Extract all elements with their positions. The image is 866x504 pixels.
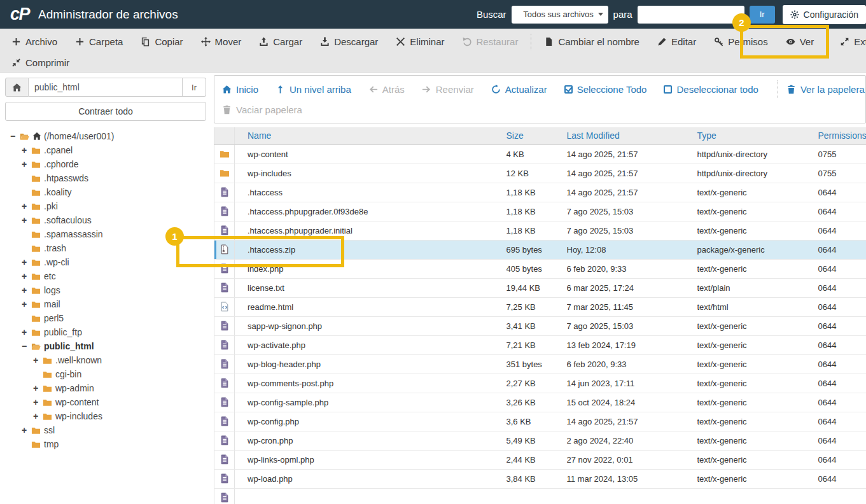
toolbar-compress-button[interactable]: Comprimir [6,55,74,71]
toolbar-upload-button[interactable]: Cargar [254,34,307,50]
nav-back-link[interactable]: Atrás [368,84,405,95]
file-row-wp-blog-header-php[interactable]: wp-blog-header.php 351 bytes 6 feb 2020,… [214,354,866,374]
column-header-permissions[interactable]: Permissions [818,130,866,141]
tree-expander[interactable]: + [22,271,31,281]
column-header-name[interactable]: Name [248,130,271,141]
file-row-license-txt[interactable]: license.txt 19,44 KB 6 mar 2025, 17:24 t… [214,278,866,297]
sidebar-item-pki[interactable]: + .pki [5,199,206,213]
file-row-wp-config-php[interactable]: wp-config.php 3,6 KB 14 ago 2025, 21:57 … [214,412,866,431]
file-row-wp-includes[interactable]: wp-includes 12 KB 14 ago 2025, 21:57 htt… [214,164,866,183]
nav-select-all-link[interactable]: Seleccione Todo [564,84,647,95]
path-go-button[interactable]: Ir [183,78,206,97]
nav-reload-link[interactable]: Actualizar [491,84,547,95]
file-row-htaccess[interactable]: .htaccess 1,18 KB 14 ago 2025, 21:57 tex… [214,183,866,202]
search-input[interactable] [638,6,744,24]
sidebar-item-wp-cli[interactable]: + .wp-cli [5,255,206,269]
folder-icon [43,356,52,365]
file-row-htaccess-phpupgrader-0f93de8e[interactable]: .htaccess.phpupgrader.0f93de8e 1,18 KB 7… [214,202,866,221]
column-header-size[interactable]: Size [506,130,524,141]
sidebar-item-ssl[interactable]: + ssl [5,423,206,437]
toolbar-restore-button[interactable]: Restaurar [457,34,524,50]
toolbar-delete-button[interactable]: Eliminar [391,34,449,50]
sidebar-item-wp-includes[interactable]: + wp-includes [5,409,206,423]
toolbar-move-button[interactable]: Mover [196,34,247,50]
tree-expander[interactable]: − [22,341,31,351]
nav-home-link[interactable]: Inicio [222,84,258,95]
file-row-wp-config-sample-php[interactable]: wp-config-sample.php 3,26 KB 15 oct 2024… [214,393,866,412]
sidebar-item-home4-user001[interactable]: − (/home4/user001) [5,129,206,143]
tree-expander[interactable]: + [33,397,43,407]
tree-expander[interactable]: + [22,215,31,225]
nav-view-trash-link[interactable]: Ver la papelera [786,84,865,95]
sidebar-item-mail[interactable]: + mail [5,297,206,311]
settings-button[interactable]: Configuración [783,5,866,24]
tree-expander[interactable]: + [22,425,31,435]
file-row-wp-links-opml-php[interactable]: wp-links-opml.php 2,44 KB 27 nov 2022, 0… [214,450,866,469]
tree-expander[interactable]: − [10,131,20,141]
toolbar-copy-button[interactable]: Copiar [136,34,188,50]
copy-icon [141,37,150,46]
file-row-wp-cron-php[interactable]: wp-cron.php 5,49 KB 2 ago 2024, 22:40 te… [214,431,866,450]
file-row-wp-activate-php[interactable]: wp-activate.php 7,21 KB 13 feb 2024, 17:… [214,335,866,354]
toolbar-edit-button[interactable]: Editar [652,34,701,50]
sidebar-item-public-html[interactable]: − public_html [5,339,206,353]
plus-icon [11,37,21,46]
toolbar-new-folder-button[interactable]: Carpeta [70,34,128,50]
file-row-wp-load-php[interactable]: wp-load.php 3,84 KB 11 mar 2024, 13:05 t… [214,469,866,488]
nav-forward-link[interactable]: Reenviar [422,84,474,95]
search-go-button[interactable]: Ir [750,6,775,24]
path-input[interactable] [29,78,183,97]
collapse-all-button[interactable]: Contraer todo [5,102,206,121]
folder-icon [43,412,52,421]
sidebar-item-wp-content[interactable]: + wp-content [5,395,206,409]
tree-expander[interactable]: + [22,299,31,309]
sidebar-item-etc[interactable]: + etc [5,269,206,283]
file-row-wp-comments-post-php[interactable]: wp-comments-post.php 2,27 KB 14 jun 2023… [214,374,866,393]
file-row-partial[interactable] [214,488,866,504]
file-row-sapp-wp-signon-php[interactable]: sapp-wp-signon.php 3,41 KB 7 ago 2025, 1… [214,316,866,335]
file-row-htaccess-phpupgrader-initial[interactable]: .htaccess.phpupgrader.initial 1,18 KB 7 … [214,221,866,240]
search-scope-select[interactable]: Todos sus archivos [512,6,608,24]
toolbar-permissions-button[interactable]: Permisos [709,34,773,50]
sidebar-item-perl5[interactable]: perl5 [5,311,206,325]
folder-icon [31,314,41,323]
tree-expander[interactable]: + [22,257,31,267]
toolbar-new-file-button[interactable]: Archivo [6,34,62,50]
file-row-wp-content[interactable]: wp-content 4 KB 14 ago 2025, 21:57 httpd… [214,144,866,164]
tree-expander[interactable]: + [22,145,31,155]
text-file-icon [220,340,230,350]
sidebar-item-cphorde[interactable]: + .cphorde [5,157,206,171]
column-header-type[interactable]: Type [697,130,716,141]
sidebar-item-softaculous[interactable]: + .softaculous [5,213,206,227]
column-header-last-modified[interactable]: Last Modified [567,130,620,141]
tree-expander[interactable]: + [22,159,31,169]
nav-empty-trash-link[interactable]: Vaciar papelera [222,104,302,115]
sidebar-item-htpasswds[interactable]: .htpasswds [5,171,206,185]
sidebar-item-cgi-bin[interactable]: cgi-bin [5,367,206,381]
sidebar-item-tmp[interactable]: tmp [5,437,206,451]
sidebar-item-koality[interactable]: .koality [5,185,206,199]
nav-up-one-level-link[interactable]: Un nivel arriba [276,84,351,95]
toolbar-extract-button[interactable]: Extraer [835,34,866,50]
sidebar-item-logs[interactable]: + logs [5,283,206,297]
tree-expander[interactable]: + [33,383,43,393]
sidebar-item-cpanel[interactable]: + .cpanel [5,143,206,157]
sidebar-item-public-ftp[interactable]: + public_ftp [5,325,206,339]
toolbar-view-button[interactable]: Ver [781,34,820,50]
sidebar-item-trash[interactable]: .trash [5,241,206,255]
file-row-index-php[interactable]: index.php 405 bytes 6 feb 2020, 9:33 tex… [214,259,866,278]
toolbar-download-button[interactable]: Descargar [315,34,383,50]
sidebar-item-wp-admin[interactable]: + wp-admin [5,381,206,395]
sidebar-item-spamassassin[interactable]: .spamassassin [5,227,206,241]
tree-expander[interactable]: + [22,327,31,337]
file-row-readme-html[interactable]: readme.html 7,25 KB 7 mar 2025, 11:45 te… [214,297,866,316]
sidebar-item-well-known[interactable]: + .well-known [5,353,206,367]
nav-unselect-all-link[interactable]: Deseleccionar todo [664,84,758,95]
tree-expander[interactable]: + [33,355,43,365]
tree-expander[interactable]: + [22,201,31,211]
tree-expander[interactable]: + [22,285,31,295]
file-row-htaccess-zip[interactable]: .htaccess.zip 695 bytes Hoy, 12:08 packa… [214,240,866,259]
toolbar-rename-button[interactable]: Cambiar el nombre [539,34,645,50]
tree-expander[interactable]: + [33,411,43,421]
path-home-button[interactable] [5,78,29,97]
